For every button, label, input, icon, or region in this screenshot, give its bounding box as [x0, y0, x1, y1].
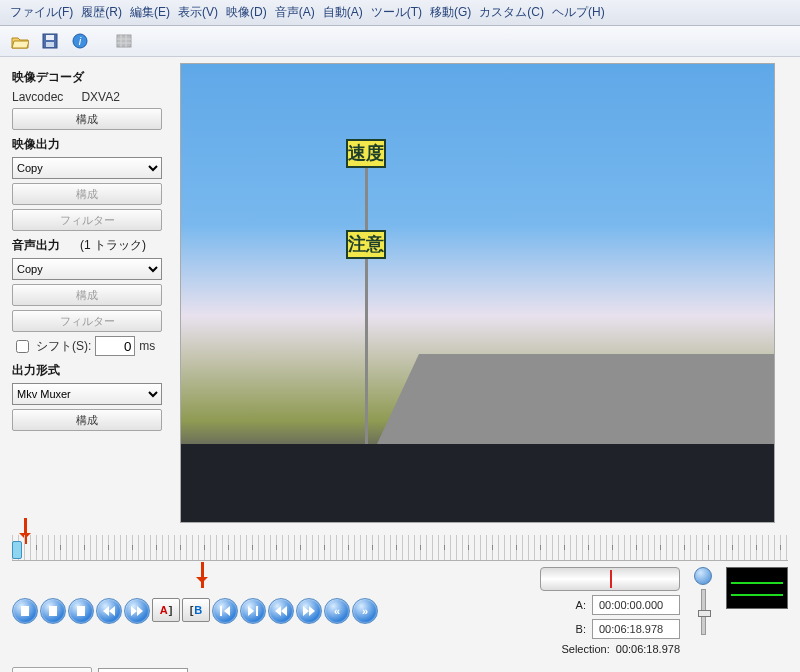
triangle-right-icon: [77, 606, 85, 616]
b-label: B:: [576, 623, 586, 635]
video-output-select[interactable]: Copy: [12, 157, 162, 179]
next-keyframe-button[interactable]: [296, 598, 322, 624]
volume-thumb[interactable]: [698, 610, 711, 617]
vu-meter: [726, 567, 788, 609]
svg-rect-10: [220, 606, 222, 616]
video-output-title: 映像出力: [12, 136, 170, 153]
open-file-button[interactable]: [8, 30, 32, 52]
shift-unit: ms: [139, 339, 155, 353]
save-button[interactable]: [38, 30, 62, 52]
output-format-configure-button[interactable]: 構成: [12, 409, 162, 431]
play-button[interactable]: [12, 598, 38, 624]
menu-edit[interactable]: 編集(E): [130, 4, 170, 21]
menu-go[interactable]: 移動(G): [430, 4, 471, 21]
road-sign-bottom: 注意: [346, 230, 386, 259]
triangle-left-icon: [49, 606, 57, 616]
prev-keyframe-button[interactable]: [268, 598, 294, 624]
sign-pole: [365, 144, 368, 444]
play-icon: [21, 606, 29, 616]
grid-icon: [116, 34, 132, 48]
rewind-icon: [103, 606, 115, 616]
b-time-value: 00:06:18.978: [592, 619, 680, 639]
volume-knob[interactable]: [694, 567, 712, 585]
content-area: 映像デコーダ Lavcodec DXVA2 構成 映像出力 Copy 構成 フィ…: [0, 57, 800, 529]
goto-end-button[interactable]: [240, 598, 266, 624]
prev-cut-button[interactable]: «: [324, 598, 350, 624]
ffwd-icon: [131, 606, 143, 616]
transport-buttons: A] [B « »: [12, 598, 378, 624]
shift-label: シフト(S):: [36, 338, 91, 355]
seek-bar[interactable]: [12, 535, 788, 561]
rewind-icon: [275, 606, 287, 616]
video-decoder-title: 映像デコーダ: [12, 69, 170, 86]
audio-output-title: 音声出力: [12, 237, 60, 254]
menu-video[interactable]: 映像(D): [226, 4, 267, 21]
decoder-mode: DXVA2: [81, 90, 119, 104]
shift-value-input[interactable]: [95, 336, 135, 356]
bar-right-icon: [248, 606, 258, 616]
a-label: A:: [576, 599, 586, 611]
selection-label: Selection:: [561, 643, 609, 655]
calculator-button[interactable]: [112, 30, 136, 52]
menu-history[interactable]: 履歴(R): [81, 4, 122, 21]
audio-out-filter-button[interactable]: フィルター: [12, 310, 162, 332]
next-cut-button[interactable]: »: [352, 598, 378, 624]
decoder-configure-button[interactable]: 構成: [12, 108, 162, 130]
menu-help[interactable]: ヘルプ(H): [552, 4, 605, 21]
mark-a-button[interactable]: A]: [152, 598, 180, 622]
jog-wheel[interactable]: [540, 567, 680, 591]
menu-file[interactable]: ファイル(F): [10, 4, 73, 21]
menu-custom[interactable]: カスタム(C): [479, 4, 544, 21]
floppy-icon: [42, 33, 58, 49]
current-time-value[interactable]: 00:00:11.044: [98, 668, 188, 672]
bar-left-icon: [220, 606, 230, 616]
decoder-name: Lavcodec: [12, 90, 63, 104]
svg-rect-2: [46, 42, 54, 47]
mark-a-label: A: [160, 604, 168, 616]
step-back-button[interactable]: [40, 598, 66, 624]
transport-row: A] [B « » A:00:00:00.000 B:00:06:18.978 …: [0, 563, 800, 659]
output-format-select[interactable]: Mkv Muxer: [12, 383, 162, 405]
info-icon: i: [72, 33, 88, 49]
fast-forward-button[interactable]: [124, 598, 150, 624]
info-button[interactable]: i: [68, 30, 92, 52]
toolbar: i: [0, 26, 800, 57]
sidebar: 映像デコーダ Lavcodec DXVA2 構成 映像出力 Copy 構成 フィ…: [0, 57, 180, 529]
step-forward-button[interactable]: [68, 598, 94, 624]
menu-bar: ファイル(F) 履歴(R) 編集(E) 表示(V) 映像(D) 音声(A) 自動…: [0, 0, 800, 26]
menu-auto[interactable]: 自動(A): [323, 4, 363, 21]
time-mode-button[interactable]: 時間: [12, 667, 92, 672]
audio-out-configure-button[interactable]: 構成: [12, 284, 162, 306]
svg-rect-5: [117, 35, 131, 47]
menu-audio[interactable]: 音声(A): [275, 4, 315, 21]
video-preview[interactable]: 速度 注意: [180, 63, 775, 523]
mark-b-button[interactable]: [B: [182, 598, 210, 622]
video-out-configure-button[interactable]: 構成: [12, 183, 162, 205]
rewind-button[interactable]: [96, 598, 122, 624]
a-time-value: 00:00:00.000: [592, 595, 680, 615]
svg-rect-1: [46, 35, 54, 40]
selection-value: 00:06:18.978: [616, 643, 680, 655]
shift-checkbox[interactable]: [16, 340, 29, 353]
time-row: 時間 00:00:11.044 / 00:06:18.978 フレーム形式: P…: [0, 659, 800, 672]
svg-rect-11: [256, 606, 258, 616]
output-format-title: 出力形式: [12, 362, 170, 379]
preview-pane: 速度 注意: [180, 57, 800, 529]
menu-view[interactable]: 表示(V): [178, 4, 218, 21]
timeline-area: [0, 529, 800, 563]
audio-output-select[interactable]: Copy: [12, 258, 162, 280]
dashboard-shape: [181, 444, 774, 522]
menu-tools[interactable]: ツール(T): [371, 4, 422, 21]
video-out-filter-button[interactable]: フィルター: [12, 209, 162, 231]
audio-track-count: (1 トラック): [80, 237, 146, 254]
volume-slider[interactable]: [701, 589, 706, 635]
goto-start-button[interactable]: [212, 598, 238, 624]
road-sign-top: 速度: [346, 139, 386, 168]
mark-b-label: B: [194, 604, 202, 616]
folder-open-icon: [11, 34, 29, 49]
annotation-arrow-2: [201, 562, 204, 588]
seek-thumb[interactable]: [12, 541, 22, 559]
ffwd-icon: [303, 606, 315, 616]
